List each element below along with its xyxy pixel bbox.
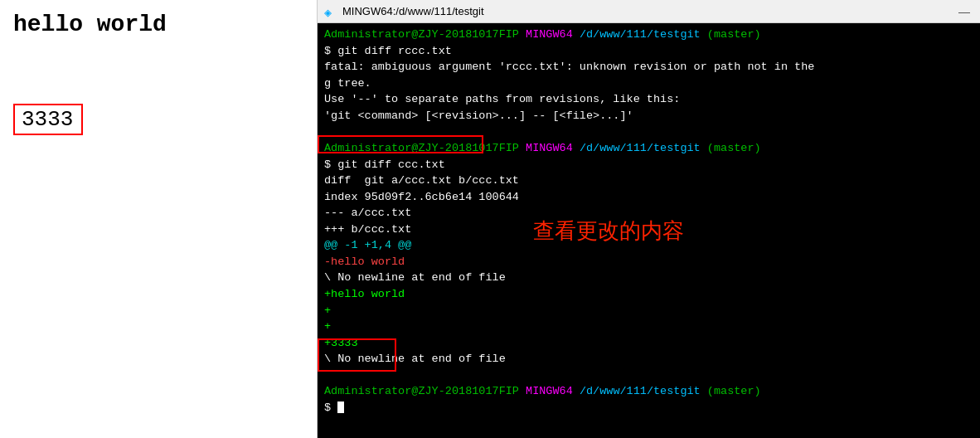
terminal-line-19: +3333 <box>324 335 973 352</box>
terminal-icon: ◈ <box>324 5 337 18</box>
terminal-wrapper: Administrator@ZJY-20181017FIP MINGW64 /d… <box>318 23 980 438</box>
terminal-line-18: + <box>324 319 973 335</box>
right-panel: ◈ MINGW64:/d/www/111/testgit — Administr… <box>318 0 980 438</box>
terminal-line-3: fatal: ambiguous argument 'rccc.txt': un… <box>324 59 973 75</box>
terminal-line-17: + <box>324 303 973 319</box>
title-bar-controls: — <box>955 5 973 18</box>
title-bar: ◈ MINGW64:/d/www/111/testgit — <box>318 0 980 23</box>
terminal-content: Administrator@ZJY-20181017FIP MINGW64 /d… <box>318 23 980 420</box>
terminal-line-16: +hello world <box>324 286 973 303</box>
title-bar-text: MINGW64:/d/www/111/testgit <box>342 5 484 17</box>
terminal-line-2: $ git diff rccc.txt <box>324 43 973 60</box>
terminal-line-10: index 95d09f2..6cb6e14 100644 <box>324 189 973 206</box>
minimize-button[interactable]: — <box>955 5 973 18</box>
terminal-line-21: Administrator@ZJY-20181017FIP MINGW64 /d… <box>324 383 973 400</box>
terminal-blank-1 <box>324 124 973 140</box>
number-box: 3333 <box>13 104 83 135</box>
title-bar-left: ◈ MINGW64:/d/www/111/testgit <box>324 5 484 18</box>
terminal-line-20: \ No newline at end of file <box>324 351 973 367</box>
terminal-blank-2 <box>324 367 973 384</box>
chinese-annotation: 查看更改的内容 <box>533 216 684 247</box>
terminal-line-6: 'git <command> [<revision>...] -- [<file… <box>324 108 973 124</box>
terminal-line-9: diff git a/ccc.txt b/ccc.txt <box>324 173 973 189</box>
terminal-line-8: $ git diff ccc.txt <box>324 157 973 173</box>
terminal-line-14: -hello world <box>324 254 973 270</box>
terminal-line-4: g tree. <box>324 75 973 92</box>
terminal-line-7: Administrator@ZJY-20181017FIP MINGW64 /d… <box>324 140 973 157</box>
terminal-line-1: Administrator@ZJY-20181017FIP MINGW64 /d… <box>324 27 973 43</box>
terminal-line-5: Use '--' to separate paths from revision… <box>324 91 973 108</box>
left-title: hello world <box>13 12 303 37</box>
left-panel: hello world 3333 <box>0 0 318 438</box>
terminal-line-15: \ No newline at end of file <box>324 270 973 286</box>
terminal-line-22: $ <box>324 400 973 416</box>
